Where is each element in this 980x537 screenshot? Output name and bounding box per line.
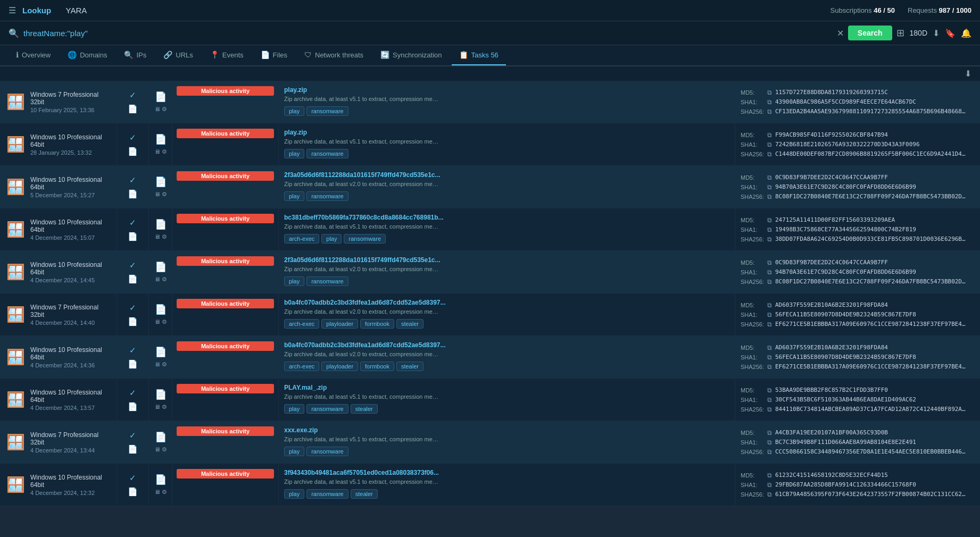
- file-name[interactable]: PLAY.mal_.zip: [284, 384, 729, 391]
- search-period[interactable]: 180D: [910, 29, 927, 37]
- md5-copy-icon[interactable]: ⧉: [767, 301, 772, 309]
- file-tag[interactable]: arch-exec: [284, 319, 319, 329]
- file-name[interactable]: xxx.exe.zip: [284, 426, 729, 434]
- sha1-copy-icon[interactable]: ⧉: [767, 226, 772, 233]
- tab-urls[interactable]: 🔗URLs: [156, 45, 201, 65]
- file-tag[interactable]: stealer: [351, 489, 378, 499]
- sha1-copy-icon[interactable]: ⧉: [767, 268, 772, 276]
- md5-copy-icon[interactable]: ⧉: [767, 89, 772, 96]
- file-name[interactable]: b0a4fc070adbb2c3bd3fdfea1ad6d87cdd52ae5d…: [284, 299, 729, 306]
- checkmark-icon[interactable]: ✓: [129, 175, 136, 185]
- md5-copy-icon[interactable]: ⧉: [767, 131, 772, 139]
- file-action-icon[interactable]: 📄: [128, 402, 138, 412]
- file-tag[interactable]: formbook: [360, 319, 394, 329]
- sha1-copy-icon[interactable]: ⧉: [767, 183, 772, 191]
- file-tag[interactable]: ransomware: [306, 447, 348, 456]
- sha1-copy-icon[interactable]: ⧉: [767, 98, 772, 106]
- sha256-copy-icon[interactable]: ⧉: [767, 491, 772, 498]
- checkmark-icon[interactable]: ✓: [129, 303, 136, 313]
- file-name[interactable]: 3f943430b49481aca6f57051ed0ced1a08038373…: [284, 469, 729, 476]
- file-action-icon[interactable]: 📄: [128, 104, 138, 114]
- file-tag[interactable]: play: [284, 276, 304, 286]
- bell-icon[interactable]: 🔔: [961, 28, 971, 38]
- file-action-icon[interactable]: 📄: [128, 444, 138, 454]
- sha256-copy-icon[interactable]: ⧉: [767, 406, 772, 413]
- file-tag[interactable]: play: [284, 447, 304, 456]
- bookmark-icon[interactable]: 🔖: [945, 28, 956, 38]
- file-tag[interactable]: formbook: [360, 362, 394, 371]
- file-tag[interactable]: stealer: [396, 362, 423, 371]
- file-tag[interactable]: ransomware: [306, 191, 348, 201]
- sha256-copy-icon[interactable]: ⧉: [767, 236, 772, 243]
- export-icon[interactable]: ⬇: [965, 69, 971, 79]
- sha1-copy-icon[interactable]: ⧉: [767, 481, 772, 489]
- sha256-copy-icon[interactable]: ⧉: [767, 193, 772, 200]
- menu-icon[interactable]: ☰: [9, 5, 16, 15]
- file-tag[interactable]: play: [284, 404, 304, 414]
- md5-copy-icon[interactable]: ⧉: [767, 387, 772, 394]
- md5-copy-icon[interactable]: ⧉: [767, 429, 772, 437]
- file-action-icon[interactable]: 📄: [128, 359, 138, 369]
- search-input[interactable]: [23, 29, 833, 38]
- file-tag[interactable]: ransomware: [306, 106, 348, 116]
- file-tag[interactable]: stealer: [396, 319, 423, 329]
- file-tag[interactable]: play: [321, 234, 342, 244]
- sha1-copy-icon[interactable]: ⧉: [767, 141, 772, 148]
- checkmark-icon[interactable]: ✓: [129, 431, 136, 440]
- md5-copy-icon[interactable]: ⧉: [767, 472, 772, 479]
- file-tag[interactable]: play: [284, 191, 304, 201]
- checkmark-icon[interactable]: ✓: [129, 133, 136, 142]
- checkmark-icon[interactable]: ✓: [129, 473, 136, 483]
- file-name[interactable]: 2f3a05d6d6f8112288da101615f749ffd479cd53…: [284, 171, 729, 179]
- file-action-icon[interactable]: 📄: [128, 189, 138, 199]
- sha256-copy-icon[interactable]: ⧉: [767, 448, 772, 456]
- file-action-icon[interactable]: 📄: [128, 317, 138, 326]
- file-action-icon[interactable]: 📄: [128, 487, 138, 497]
- sha1-copy-icon[interactable]: ⧉: [767, 396, 772, 404]
- tab-files[interactable]: 📄Files: [253, 45, 295, 65]
- sha256-copy-icon[interactable]: ⧉: [767, 363, 772, 371]
- md5-copy-icon[interactable]: ⧉: [767, 344, 772, 351]
- file-tag[interactable]: play: [284, 149, 304, 158]
- checkmark-icon[interactable]: ✓: [129, 90, 136, 100]
- md5-copy-icon[interactable]: ⧉: [767, 174, 772, 181]
- file-tag[interactable]: ransomware: [306, 404, 348, 414]
- file-tag[interactable]: arch-exec: [284, 362, 319, 371]
- checkmark-icon[interactable]: ✓: [129, 218, 136, 228]
- sha1-copy-icon[interactable]: ⧉: [767, 311, 772, 318]
- file-action-icon[interactable]: 📄: [128, 274, 138, 284]
- search-clear-icon[interactable]: ✕: [837, 28, 844, 38]
- file-action-icon[interactable]: 📄: [128, 232, 138, 241]
- file-name[interactable]: b0a4fc070adbb2c3bd3fdfea1ad6d87cdd52ae5d…: [284, 341, 729, 349]
- file-tag[interactable]: playloader: [321, 319, 358, 329]
- file-tag[interactable]: stealer: [351, 404, 378, 414]
- file-tag[interactable]: play: [284, 489, 304, 499]
- tab-ips[interactable]: 🔍IPs: [117, 45, 154, 65]
- tab-events[interactable]: 📍Events: [203, 45, 251, 65]
- file-tag[interactable]: play: [284, 106, 304, 116]
- tab-synchronization[interactable]: 🔄Synchronization: [373, 45, 450, 65]
- file-tag[interactable]: ransomware: [306, 489, 348, 499]
- search-button[interactable]: Search: [848, 26, 892, 40]
- file-tag[interactable]: ransomware: [306, 149, 348, 158]
- sha1-copy-icon[interactable]: ⧉: [767, 354, 772, 361]
- table-icon[interactable]: ⊞: [896, 27, 904, 39]
- sha256-copy-icon[interactable]: ⧉: [767, 108, 772, 115]
- download-icon[interactable]: ⬇: [933, 28, 940, 38]
- sha256-copy-icon[interactable]: ⧉: [767, 150, 772, 158]
- checkmark-icon[interactable]: ✓: [129, 346, 136, 355]
- checkmark-icon[interactable]: ✓: [129, 388, 136, 398]
- tab-overview[interactable]: ℹOverview: [9, 45, 58, 65]
- md5-copy-icon[interactable]: ⧉: [767, 216, 772, 224]
- md5-copy-icon[interactable]: ⧉: [767, 259, 772, 266]
- file-tag[interactable]: playloader: [321, 362, 358, 371]
- file-name[interactable]: play.zip: [284, 86, 729, 94]
- file-tag[interactable]: ransomware: [344, 234, 386, 244]
- tab-tasks[interactable]: 📋Tasks 56: [452, 45, 506, 65]
- file-tag[interactable]: arch-exec: [284, 234, 319, 244]
- file-name[interactable]: play.zip: [284, 129, 729, 136]
- file-name[interactable]: 2f3a05d6d6f8112288da101615f749ffd479cd53…: [284, 256, 729, 264]
- checkmark-icon[interactable]: ✓: [129, 261, 136, 270]
- file-tag[interactable]: ransomware: [306, 276, 348, 286]
- sha256-copy-icon[interactable]: ⧉: [767, 321, 772, 328]
